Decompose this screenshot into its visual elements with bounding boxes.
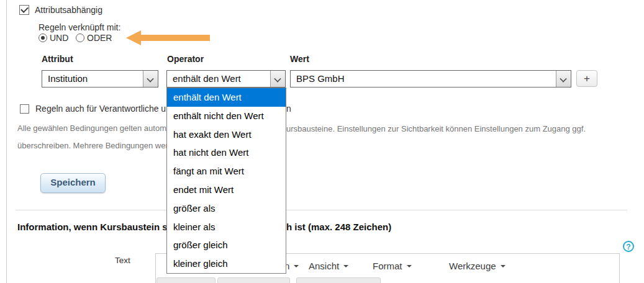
note-line2-left: überschreiben. Mehrere Bedingungen werde [17, 141, 177, 150]
caret-down-icon [343, 265, 348, 267]
dropdown-option[interactable]: größer gleich [167, 236, 286, 254]
note-line1-right: ursbausteine. Einstellungen zur Sichtbar… [286, 124, 586, 133]
info-heading-right: h ist (max. 248 Zeichen) [286, 222, 391, 232]
wert-select-value: BPS GmbH [296, 71, 345, 87]
dropdown-option[interactable]: größer als [167, 199, 286, 218]
editor-menu-format-label: Format [373, 261, 402, 271]
editor-menu-ansicht-label: Ansicht [309, 261, 339, 271]
operator-dropdown-list: enthält den Wert enthält nicht den Wert … [166, 88, 286, 274]
responsibles-label-right: n [286, 104, 291, 114]
attributsabhaengig-checkbox[interactable] [19, 5, 29, 15]
operator-select-button[interactable] [270, 71, 285, 87]
attribut-column-header: Attribut [42, 54, 73, 64]
wert-select-button[interactable] [556, 71, 571, 87]
editor-menu-werkzeuge-label: Werkzeuge [449, 261, 496, 271]
dropdown-option[interactable]: endet mit Wert [167, 181, 286, 199]
visibility-config-panel: Attributsabhängig Regeln verknüpft mit: … [0, 0, 644, 283]
radio-oder[interactable] [76, 34, 84, 42]
dropdown-option[interactable]: fängt an mit Wert [167, 162, 286, 181]
responsibles-label-left: Regeln auch für Verantwortliche u [35, 104, 166, 114]
dropdown-option[interactable]: hat exakt den Wert [167, 125, 286, 144]
chevron-down-icon [560, 75, 566, 82]
attribut-select[interactable]: Institution [42, 70, 158, 88]
save-button[interactable]: Speichern [40, 173, 106, 193]
dropdown-option[interactable]: enthält nicht den Wert [167, 107, 286, 125]
responsibles-checkbox[interactable] [20, 104, 29, 114]
checkmark-icon [20, 5, 29, 13]
dropdown-option[interactable]: enthält den Wert [167, 88, 286, 107]
text-field-label: Text [115, 256, 130, 265]
editor-menu-ansicht[interactable]: Ansicht [309, 261, 348, 271]
caret-down-icon [294, 265, 299, 267]
chevron-down-icon [147, 75, 153, 82]
editor-toolbar-group[interactable] [217, 277, 290, 283]
radio-selected-dot-icon [41, 36, 45, 40]
wert-column-header: Wert [290, 54, 309, 64]
note-line1-left: Alle gewählen Bedingungen gelten automat… [17, 124, 175, 133]
annotation-arrow-left-icon [126, 30, 141, 45]
attribut-select-value: Institution [48, 71, 88, 87]
attribut-select-button[interactable] [143, 71, 158, 87]
editor-toolbar-group[interactable] [156, 277, 215, 283]
editor-menu-werkzeuge[interactable]: Werkzeuge [449, 261, 506, 271]
radio-und-label[interactable]: UND [50, 33, 68, 43]
add-rule-button[interactable]: + [576, 70, 597, 87]
dropdown-option[interactable]: kleiner als [167, 218, 286, 236]
radio-und[interactable] [39, 34, 47, 42]
panel-left-border [6, 0, 7, 283]
operator-select-value: enthält den Wert [173, 71, 241, 87]
operator-column-header: Operator [167, 54, 204, 64]
caret-down-icon [501, 265, 506, 267]
editor-menu-format[interactable]: Format [373, 261, 412, 271]
radio-oder-label[interactable]: ODER [87, 33, 112, 43]
wert-select[interactable]: BPS GmbH [290, 70, 571, 88]
section-divider [16, 210, 627, 210]
dropdown-option[interactable]: kleiner gleich [167, 254, 286, 273]
info-heading-left: Information, wenn Kursbaustein s [17, 222, 168, 232]
editor-toolbar-group[interactable] [296, 277, 381, 283]
help-icon[interactable]: ? [623, 241, 634, 252]
caret-down-icon [407, 265, 412, 267]
dropdown-option[interactable]: hat nicht den Wert [167, 143, 286, 162]
attributsabhaengig-label: Attributsabhängig [35, 5, 102, 15]
chevron-down-icon [274, 75, 281, 82]
rules-linked-label: Regeln verknüpft mit: [39, 22, 120, 32]
annotation-arrow-tail [140, 35, 210, 41]
editor-menu-fragment[interactable]: n [284, 261, 299, 271]
operator-select[interactable]: enthält den Wert [166, 70, 286, 88]
